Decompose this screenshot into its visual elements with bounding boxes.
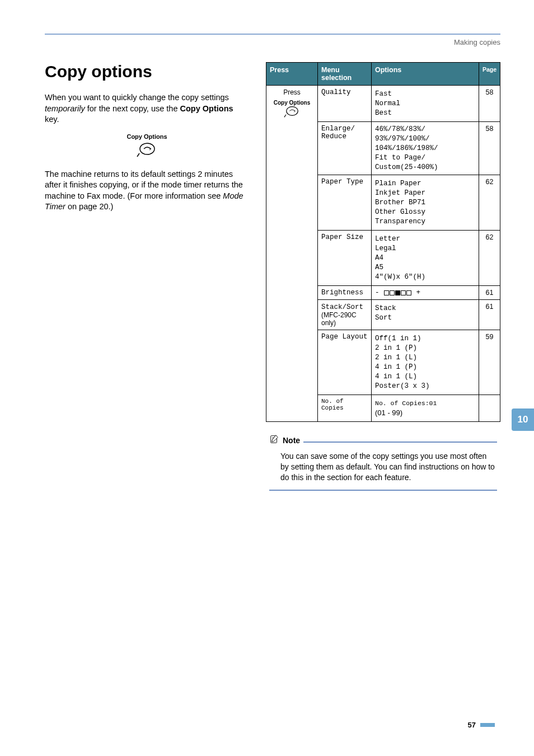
page-numcopies <box>479 395 500 422</box>
th-page: Page <box>479 63 500 86</box>
copy-options-figure: Copy Options <box>45 133 249 160</box>
opt-a5: A5 <box>375 264 475 271</box>
menu-enlarge: Enlarge/ Reduce <box>318 122 372 175</box>
th-options: Options <box>372 63 479 86</box>
opt-letter: Letter <box>375 235 475 243</box>
menu-brightness: Brightness <box>318 286 372 300</box>
p2-c: on page 20.) <box>65 202 113 211</box>
menu-numcopies: No. of Copies <box>318 395 372 422</box>
opts-papersize: Letter Legal A4 A5 4"(W)x 6"(H) <box>372 231 479 286</box>
opt-a4: A4 <box>375 254 475 262</box>
p1-d: Copy Options <box>180 104 233 113</box>
press-cell: Press Copy Options <box>266 86 318 422</box>
opt-off: Off(1 in 1) <box>375 335 475 342</box>
opt-fast: Fast <box>375 90 475 98</box>
page-papersize: 62 <box>479 231 500 286</box>
opts-numcopies: No. of Copies:01 (01 - 99) <box>372 395 479 422</box>
opt-bp71: Brother BP71 <box>375 199 475 206</box>
menu-stacksort-extra: (MFC-290C only) <box>321 311 357 327</box>
p2-a: The machine returns to its default setti… <box>45 170 243 200</box>
opts-quality: Fast Normal Best <box>372 86 479 122</box>
opt-inkjet: Inkjet Paper <box>375 189 475 197</box>
page-papertype: 62 <box>479 175 500 231</box>
page-quality: 58 <box>479 86 500 122</box>
footer-bar-icon <box>480 723 495 727</box>
p1-b: temporarily <box>45 104 85 113</box>
opt-sort: Sort <box>375 314 475 322</box>
opt-numcopies-range: (01 - 99) <box>375 408 475 417</box>
opt-legal: Legal <box>375 245 475 252</box>
opt-normal: Normal <box>375 100 475 107</box>
page-footer: 57 <box>468 721 495 729</box>
opt-2in1p: 2 in 1 (P) <box>375 344 475 352</box>
opt-stack: Stack <box>375 304 475 312</box>
note-block: Note You can save some of the copy setti… <box>266 432 500 496</box>
copy-options-label: Copy Options <box>45 133 249 140</box>
page-title: Copy options <box>45 62 249 81</box>
opt-4in1l: 4 in 1 (L) <box>375 373 475 381</box>
menu-papersize: Paper Size <box>318 231 372 286</box>
opt-numcopies-disp: No. of Copies:01 <box>375 400 475 407</box>
options-table: Press Menu selection Options Page Press … <box>266 62 500 422</box>
press-sub-label: Copy Options <box>270 100 314 106</box>
press-icon <box>270 106 314 120</box>
menu-stacksort-main: Stack/Sort <box>321 303 363 311</box>
page-stacksort: 61 <box>479 300 500 330</box>
menu-quality: Quality <box>318 86 372 122</box>
page-brightness: 61 <box>479 286 500 300</box>
opt-poster: Poster(3 x 3) <box>375 382 475 390</box>
th-press: Press <box>266 63 318 86</box>
opt-4x6: 4"(W)x 6"(H) <box>375 273 475 281</box>
note-icon <box>269 434 279 447</box>
opt-2in1l: 2 in 1 (L) <box>375 354 475 361</box>
p1-a: When you want to quickly change the copy… <box>45 93 229 102</box>
opts-papertype: Plain Paper Inkjet Paper Brother BP71 Ot… <box>372 175 479 231</box>
page-pagelayout: 59 <box>479 330 500 395</box>
intro-paragraph-1: When you want to quickly change the copy… <box>45 92 249 125</box>
opt-glossy: Other Glossy <box>375 208 475 216</box>
note-rule-icon <box>303 442 497 443</box>
menu-papertype: Paper Type <box>318 175 372 231</box>
opt-best: Best <box>375 109 475 117</box>
menu-stacksort: Stack/Sort (MFC-290C only) <box>318 300 372 330</box>
opt-plain: Plain Paper <box>375 180 475 187</box>
opts-brightness: - + <box>372 286 479 300</box>
p1-c: for the next copy, use the <box>85 104 180 113</box>
opt-4in1p: 4 in 1 (P) <box>375 363 475 371</box>
opts-enlarge: 46%/78%/83%/ 93%/97%/100%/ 104%/186%/198… <box>372 122 479 175</box>
opts-stacksort: Stack Sort <box>372 300 479 330</box>
svg-point-1 <box>286 107 297 116</box>
p1-e: key. <box>45 115 59 124</box>
menu-pagelayout: Page Layout <box>318 330 372 395</box>
note-label: Note <box>283 436 300 445</box>
page-enlarge: 58 <box>479 122 500 175</box>
svg-point-0 <box>140 143 154 154</box>
opt-transp: Transparency <box>375 218 475 226</box>
opts-pagelayout: Off(1 in 1) 2 in 1 (P) 2 in 1 (L) 4 in 1… <box>372 330 479 395</box>
copy-options-icon <box>45 142 249 160</box>
intro-paragraph-2: The machine returns to its default setti… <box>45 169 249 213</box>
header-section: Making copies <box>45 38 500 46</box>
th-menu: Menu selection <box>318 63 372 86</box>
note-text: You can save some of the copy settings y… <box>269 448 497 489</box>
brightness-indicator: - + <box>375 289 420 297</box>
chapter-tab: 10 <box>512 408 534 431</box>
press-label: Press <box>270 88 314 96</box>
page-number: 57 <box>468 721 476 729</box>
